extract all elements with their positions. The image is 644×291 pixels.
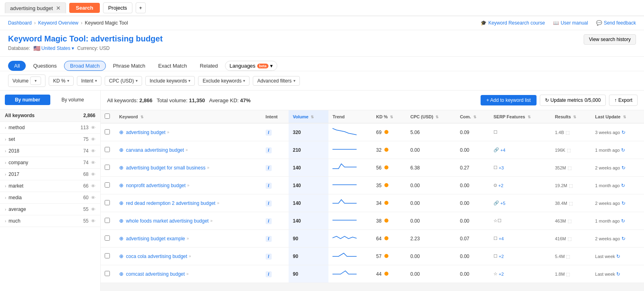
sidebar-item[interactable]: › media 60 👁 xyxy=(0,192,100,204)
intent-badge: I xyxy=(266,236,272,242)
last-update-column-header[interactable]: Last Update ⇅ xyxy=(591,110,644,123)
tab-exact-match[interactable]: Exact Match xyxy=(153,61,193,70)
refresh-icon[interactable]: ↻ xyxy=(616,254,620,259)
tab-languages[interactable]: Languages beta ▾ xyxy=(225,61,277,71)
refresh-icon[interactable]: ↻ xyxy=(616,271,620,277)
keyword-link[interactable]: ⊕ whole foods market advertising budget … xyxy=(119,218,258,224)
volume-column-header[interactable]: Volume ⇅ xyxy=(289,110,328,123)
row-checkbox[interactable] xyxy=(105,129,110,134)
refresh-icon[interactable]: ↻ xyxy=(621,218,625,224)
cpc-column-header[interactable]: CPC (USD) ⇅ xyxy=(407,110,456,123)
row-checkbox[interactable] xyxy=(105,182,110,188)
keyword-cell: ⊕ whole foods market advertising budget … xyxy=(115,212,262,230)
select-all-header[interactable] xyxy=(101,110,115,123)
sidebar-item[interactable]: › much 55 👁 xyxy=(0,215,100,227)
com-cell: 0.27 xyxy=(456,159,489,177)
by-volume-tab[interactable]: By volume xyxy=(50,95,96,105)
projects-button[interactable]: Projects xyxy=(103,2,132,13)
tab-questions[interactable]: Questions xyxy=(27,61,62,70)
filters-row: Volume ▾ KD % ▾ Intent ▾ CPC (USD) ▾ Inc… xyxy=(0,71,644,91)
sidebar-all-keywords-row[interactable]: All keywords 2,866 xyxy=(0,109,100,122)
select-all-checkbox[interactable] xyxy=(105,114,110,119)
row-checkbox-cell[interactable] xyxy=(101,248,115,265)
close-tab-icon[interactable]: ✕ xyxy=(56,5,61,11)
advanced-filters[interactable]: Advanced filters ▾ xyxy=(253,76,299,86)
refresh-icon[interactable]: ↻ xyxy=(621,130,625,135)
row-checkbox-cell[interactable] xyxy=(101,177,115,194)
tab-phrase-match[interactable]: Phrase Match xyxy=(107,61,151,70)
row-checkbox-cell[interactable] xyxy=(101,123,115,141)
copy-icon: ⬚ xyxy=(569,183,573,188)
intent-column-header[interactable]: Intent xyxy=(262,110,289,123)
breadcrumb-keyword-overview[interactable]: Keyword Overview xyxy=(38,20,78,26)
sidebar-item-count: 60 xyxy=(83,195,89,200)
view-history-button[interactable]: View search history xyxy=(584,34,636,45)
keyword-link[interactable]: ⊕ red dead redemption 2 advertising budg… xyxy=(119,200,258,206)
manual-link[interactable]: 📖 User manual xyxy=(553,20,588,26)
intent-cell: I xyxy=(262,141,289,159)
results-column-header[interactable]: Results ⇅ xyxy=(551,110,591,123)
keyword-link[interactable]: ⊕ coca cola advertising budget » xyxy=(119,253,258,259)
search-tab[interactable]: advertising budget ✕ xyxy=(5,2,66,13)
row-checkbox[interactable] xyxy=(105,165,110,170)
row-checkbox-cell[interactable] xyxy=(101,230,115,248)
refresh-icon[interactable]: ↻ xyxy=(621,165,625,171)
trend-column-header[interactable]: Trend xyxy=(328,110,372,123)
row-checkbox[interactable] xyxy=(105,235,110,241)
tab-broad-match[interactable]: Broad Match xyxy=(64,61,106,71)
sidebar-item[interactable]: › average 55 👁 xyxy=(0,204,100,215)
kd-column-header[interactable]: KD % ⇅ xyxy=(372,110,407,123)
update-metrics-button[interactable]: ↻ Update metrics 0/5,000 xyxy=(540,95,606,106)
row-checkbox[interactable] xyxy=(105,271,110,276)
keyword-link[interactable]: ⊕ advertising budget example » xyxy=(119,235,258,241)
kd-filter[interactable]: KD % ▾ xyxy=(49,76,74,86)
volume-filter[interactable]: Volume ▾ xyxy=(8,74,45,87)
sidebar-item[interactable]: › 2017 68 👁 xyxy=(0,169,100,180)
refresh-icon[interactable]: ↻ xyxy=(621,183,625,188)
exclude-keywords-filter[interactable]: Exclude keywords ▾ xyxy=(198,76,250,86)
tab-all[interactable]: All xyxy=(8,61,26,71)
include-keywords-filter[interactable]: Include keywords ▾ xyxy=(145,76,195,86)
last-update-cell: 1 month ago ↻ xyxy=(591,212,644,230)
refresh-icon[interactable]: ↻ xyxy=(621,200,625,206)
results-cell: 5.4M ⬚ xyxy=(551,248,591,265)
search-button[interactable]: Search xyxy=(69,3,99,13)
cpc-filter[interactable]: CPC (USD) ▾ xyxy=(105,76,142,86)
export-button[interactable]: ↑ Export xyxy=(609,95,638,106)
row-checkbox[interactable] xyxy=(105,147,110,152)
tab-related[interactable]: Related xyxy=(194,61,223,70)
refresh-icon[interactable]: ↻ xyxy=(621,147,625,153)
row-checkbox-cell[interactable] xyxy=(101,159,115,177)
keyword-link[interactable]: ⊕ carvana advertising budget » xyxy=(119,147,258,153)
row-checkbox-cell[interactable] xyxy=(101,212,115,230)
sidebar-item[interactable]: › set 75 👁 xyxy=(0,134,100,145)
row-checkbox[interactable] xyxy=(105,218,110,223)
sidebar-item[interactable]: › company 74 👁 xyxy=(0,157,100,169)
add-to-keyword-list-button[interactable]: + Add to keyword list xyxy=(481,95,536,105)
sidebar-item[interactable]: › 2018 74 👁 xyxy=(0,145,100,157)
by-number-tab[interactable]: By number xyxy=(5,95,50,105)
row-checkbox-cell[interactable] xyxy=(101,265,115,283)
chevron-down-icon: ▾ xyxy=(293,78,295,83)
serp-features-column-header[interactable]: SERP Features ⇅ xyxy=(489,110,551,123)
refresh-icon[interactable]: ↻ xyxy=(621,236,625,241)
intent-filter[interactable]: Intent ▾ xyxy=(77,76,101,86)
row-checkbox-cell[interactable] xyxy=(101,194,115,212)
row-checkbox[interactable] xyxy=(105,200,110,205)
cpc-cell: 0.00 xyxy=(407,141,456,159)
row-checkbox-cell[interactable] xyxy=(101,141,115,159)
keyword-link[interactable]: ⊕ nonprofit advertising budget » xyxy=(119,182,258,188)
keyword-column-header[interactable]: Keyword ⇅ xyxy=(115,110,262,123)
breadcrumb-dashboard[interactable]: Dashboard xyxy=(8,20,32,26)
feedback-link[interactable]: 💬 Send feedback xyxy=(596,20,636,26)
keyword-link[interactable]: ⊕ advertising budget » xyxy=(119,129,258,135)
sidebar-item[interactable]: › method 113 👁 xyxy=(0,122,100,134)
keyword-link[interactable]: ⊕ advertising budget for small business … xyxy=(119,165,258,171)
database-selector[interactable]: 🇺🇸 United States ▾ xyxy=(33,45,74,52)
add-tab-button[interactable]: + xyxy=(136,2,146,13)
sidebar-item[interactable]: › market 66 👁 xyxy=(0,180,100,192)
row-checkbox[interactable] xyxy=(105,253,110,258)
com-column-header[interactable]: Com. ⇅ xyxy=(456,110,489,123)
course-link[interactable]: 🎓 Keyword Research course xyxy=(481,20,545,26)
keyword-link[interactable]: ⊕ comcast advertising budget » xyxy=(119,271,258,277)
